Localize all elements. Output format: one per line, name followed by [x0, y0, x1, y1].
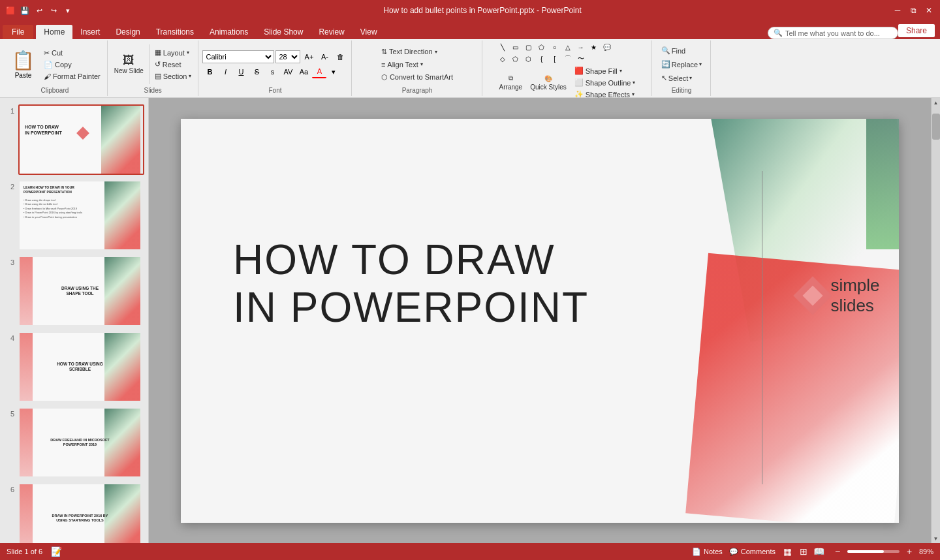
reset-button[interactable]: ↺ Reset — [152, 59, 195, 70]
slide-thumb-4[interactable]: HOW TO DRAW USINGSCRIBBLE — [18, 332, 144, 402]
scroll-up-button[interactable]: ▲ — [932, 98, 941, 107]
clear-format-button[interactable]: 🗑 — [333, 50, 347, 63]
shape-outline-button[interactable]: ⬜ Shape Outline ▾ — [572, 77, 638, 88]
slide-thumb-5[interactable]: DRAW FREEHAND IN MICROSOFTPOWERPOINT 201… — [18, 407, 144, 478]
shape-hexagon[interactable]: ⬡ — [523, 54, 535, 64]
align-text-button[interactable]: ≡ Align Text ▾ — [379, 59, 426, 70]
shape-arc[interactable]: ⌒ — [562, 54, 574, 64]
bold-button[interactable]: B — [202, 65, 217, 78]
slide-logo-area[interactable]: simple slides — [794, 275, 899, 316]
right-scrollbar[interactable]: ▲ ▼ — [931, 98, 940, 543]
slide-sorter-button[interactable]: ⊞ — [798, 546, 809, 557]
replace-button[interactable]: 🔄 Replace ▾ — [659, 59, 704, 70]
slide-item-2[interactable]: 2 LEARN HOW TO DRAW IN YOUR POWERPOINT P… — [3, 179, 146, 252]
close-button[interactable]: ✕ — [923, 5, 935, 16]
tab-insert[interactable]: Insert — [72, 25, 108, 39]
paste-button[interactable]: 📋 Paste — [7, 48, 40, 80]
comments-button[interactable]: 💬 Comments — [729, 548, 776, 556]
slide-item-1[interactable]: 1 HOW TO DRAWIN POWERPOINT — [3, 103, 146, 176]
shape-brace[interactable]: { — [536, 54, 548, 64]
font-name-select[interactable]: Calibri — [202, 50, 274, 63]
change-case-button[interactable]: Aa — [296, 65, 311, 78]
find-button[interactable]: 🔍 Find — [659, 45, 688, 56]
shape-callout[interactable]: 💬 — [601, 42, 613, 52]
font-color-button[interactable]: A — [312, 65, 326, 78]
shape-bracket[interactable]: [ — [549, 54, 561, 64]
increase-font-button[interactable]: A+ — [302, 50, 316, 63]
paragraph-row1: ⇅ Text Direction ▾ — [379, 46, 440, 57]
italic-button[interactable]: I — [218, 65, 232, 78]
scroll-down-button[interactable]: ▼ — [932, 534, 941, 543]
slide-main-title[interactable]: HOW TO DRAW IN POWERPOINT — [233, 236, 589, 332]
shape-diamond[interactable]: ◇ — [497, 54, 509, 64]
tell-me-input[interactable]: 🔍 Tell me what you want to do... — [768, 27, 898, 39]
layout-button[interactable]: ▦ Layout ▾ — [152, 47, 195, 58]
undo-icon[interactable]: ↩ — [34, 5, 44, 16]
shape-pentagon[interactable]: ⬠ — [510, 54, 522, 64]
zoom-value: 89% — [919, 548, 933, 555]
slide-thumb-2[interactable]: LEARN HOW TO DRAW IN YOUR POWERPOINT PRE… — [18, 180, 144, 251]
notes-button[interactable]: 📄 Notes — [692, 548, 723, 556]
tab-transitions[interactable]: Transitions — [148, 25, 202, 39]
shape-wavy[interactable]: 〜 — [575, 54, 587, 64]
tell-me-label: Tell me what you want to do... — [785, 29, 880, 37]
tab-view[interactable]: View — [352, 25, 385, 39]
restore-button[interactable]: ⧉ — [907, 5, 919, 16]
font-size-select[interactable]: 28 — [275, 50, 300, 63]
shape-rect[interactable]: ▭ — [510, 42, 522, 52]
format-painter-button[interactable]: 🖌 Format Painter — [41, 71, 103, 82]
slide-canvas[interactable]: HOW TO DRAW IN POWERPOINT simple slides — [181, 119, 899, 523]
char-spacing-button[interactable]: AV — [281, 65, 295, 78]
tab-home[interactable]: Home — [36, 25, 72, 39]
decrease-font-button[interactable]: A- — [317, 50, 332, 63]
slide-item-4[interactable]: 4 HOW TO DRAW USINGSCRIBBLE — [3, 330, 146, 403]
slide-item-3[interactable]: 3 DRAW USING THESHAPE TOOL — [3, 255, 146, 328]
text-direction-button[interactable]: ⇅ Text Direction ▾ — [379, 46, 440, 57]
select-button[interactable]: ↖ Select ▾ — [659, 72, 695, 84]
tab-design[interactable]: Design — [108, 25, 148, 39]
save-icon[interactable]: 💾 — [20, 5, 30, 16]
shape-oval[interactable]: ○ — [549, 42, 561, 52]
tab-file[interactable]: File — [3, 25, 33, 39]
copy-button[interactable]: 📄 Copy — [41, 59, 103, 70]
zoom-out-button[interactable]: − — [832, 546, 843, 557]
slide-notes-icon[interactable]: 📝 — [50, 546, 62, 557]
shape-triangle[interactable]: △ — [562, 42, 574, 52]
canvas-area[interactable]: HOW TO DRAW IN POWERPOINT simple slides — [149, 98, 931, 543]
zoom-in-button[interactable]: + — [903, 546, 915, 557]
convert-smartart-button[interactable]: ⬡ Convert to SmartArt — [379, 72, 456, 83]
slide-item-5[interactable]: 5 DRAW FREEHAND IN MICROSOFTPOWERPOINT 2… — [3, 406, 146, 479]
slide-thumb-1[interactable]: HOW TO DRAWIN POWERPOINT — [18, 104, 144, 175]
shape-rounded-rect[interactable]: ▢ — [523, 42, 535, 52]
arrange-button[interactable]: ⧉ Arrange — [497, 73, 525, 92]
shape-star[interactable]: ★ — [588, 42, 600, 52]
shape-fill-button[interactable]: 🟥 Shape Fill ▾ — [572, 65, 638, 76]
cut-button[interactable]: ✂ Cut — [41, 48, 103, 59]
tab-review[interactable]: Review — [311, 25, 352, 39]
section-button[interactable]: ▤ Section ▾ — [152, 70, 195, 82]
underline-button[interactable]: U — [234, 65, 248, 78]
zoom-slider[interactable] — [847, 550, 900, 553]
shape-line[interactable]: ╲ — [497, 42, 509, 52]
slide-thumb-6[interactable]: DRAW IN POWERPOINT 2016 BYUSING START/RI… — [18, 483, 144, 543]
scroll-track[interactable] — [932, 107, 940, 534]
minimize-button[interactable]: ─ — [892, 5, 903, 16]
font-color-dropdown[interactable]: ▾ — [326, 65, 341, 78]
new-slide-button[interactable]: 🖼 New Slide — [112, 53, 146, 76]
scroll-thumb[interactable] — [932, 114, 940, 140]
share-button[interactable]: Share — [898, 24, 935, 37]
customize-icon[interactable]: ▾ — [63, 5, 73, 16]
slide-thumb-3[interactable]: DRAW USING THESHAPE TOOL — [18, 256, 144, 326]
tab-slideshow[interactable]: Slide Show — [256, 25, 311, 39]
reading-view-button[interactable]: 📖 — [813, 546, 825, 557]
tab-animations[interactable]: Animations — [202, 25, 256, 39]
normal-view-button[interactable]: ▦ — [782, 546, 794, 557]
shape-arrow[interactable]: → — [575, 42, 587, 52]
quick-styles-button[interactable]: 🎨 Quick Styles — [527, 74, 569, 92]
shadow-button[interactable]: s — [265, 65, 279, 78]
redo-icon[interactable]: ↪ — [48, 5, 59, 16]
slide-item-6[interactable]: 6 DRAW IN POWERPOINT 2016 BYUSING START/… — [3, 482, 146, 543]
shape-snip-rect[interactable]: ⬠ — [536, 42, 548, 52]
strikethrough-button[interactable]: S — [249, 65, 264, 78]
slide-thumb-title-3: DRAW USING THESHAPE TOOL — [61, 286, 99, 297]
